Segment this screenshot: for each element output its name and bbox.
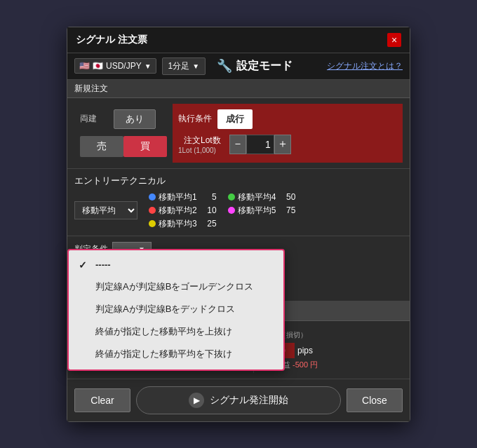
new-order-section-header: 新規注文 [67,80,410,98]
sell-button[interactable]: 売 [80,136,123,157]
order-left: 両建 あり 売 買 [74,104,173,163]
judgment-dropdown: ✓ ----- 判定線Aが判定線Bをゴールデンクロス 判定線Aが判定線Bをデッド… [67,249,285,371]
ma2-value: 10 [200,205,217,215]
settings-mode: 🔧 設定モード [217,58,293,74]
ma5-label: 移動平均5 [238,205,276,217]
lot-controls: － 1 ＋ [229,135,291,154]
currency-pair-label: USD/JPY [106,61,142,71]
checkmark-icon: ✓ [79,259,90,271]
ma-table: 移動平均1 5 移動平均4 50 移動平均2 10 [149,191,295,230]
technical-row: 移動平均 移動平均1 5 移動平均4 50 [74,191,403,230]
lot-sub-label: 1Lot (1,000) [178,147,221,154]
title-bar: シグナル 注文票 × [67,27,410,53]
modal-overlay: シグナル 注文票 × 🇺🇸 🇯🇵 USD/JPY ▼ 1分足 ▼ 🔧 設定モード… [0,0,477,448]
technical-header: エントリーテクニカル [74,175,403,187]
ari-button[interactable]: あり [114,109,156,129]
modal-title: シグナル 注文票 [76,34,147,46]
ma1-dot [149,194,156,201]
chevron-down-icon: ▼ [145,62,152,70]
lot-minus-button[interactable]: － [229,135,246,154]
order-right: 執行条件 成行 注文Lot数 1Lot (1,000) － 1 ＋ [173,104,403,163]
settle-gyaku-unit: pips [297,346,313,355]
flag-jp-icon: 🇯🇵 [93,61,103,71]
dropdown-item-label-4: 終値が指定した移動平均を下抜け [95,348,232,360]
start-label: シグナル発注開始 [210,394,288,407]
clear-button[interactable]: Clear [74,388,130,412]
order-top-row: 両建 あり 売 買 執行条件 成行 注 [74,104,403,163]
close-footer-button[interactable]: Close [347,388,403,412]
ma-item-3: 移動平均3 25 [149,218,217,230]
seiko-button[interactable]: 成行 [217,109,253,129]
timeframe-label: 1分足 [168,60,190,72]
ma-item-1: 移動平均1 5 [149,191,217,203]
settings-mode-label: 設定モード [236,59,293,74]
dropdown-item-label-0: ----- [95,259,111,270]
ma-item-2: 移動平均2 10 [149,205,217,217]
technical-select[interactable]: 移動平均 [74,201,137,219]
ma2-dot [149,207,156,214]
ma-item-4: 移動平均4 50 [228,191,296,203]
ma2-label: 移動平均2 [159,205,197,217]
dropdown-item-0[interactable]: ✓ ----- [69,254,283,276]
timeframe-button[interactable]: 1分足 ▼ [162,57,206,75]
ma4-label: 移動平均4 [238,191,276,203]
start-button[interactable]: ▶ シグナル発注開始 [136,386,341,414]
dropdown-item-label-3: 終値が指定した移動平均を上抜け [95,325,232,338]
buy-button[interactable]: 買 [123,136,167,157]
dropdown-item-1[interactable]: 判定線Aが判定線Bをゴールデンクロス [69,276,283,298]
ryoken-row: 両建 あり [80,109,167,129]
flag-us-icon: 🇺🇸 [79,61,90,71]
toolbar: 🇺🇸 🇯🇵 USD/JPY ▼ 1分足 ▼ 🔧 設定モード シグナル注文とは？ [67,53,410,80]
dropdown-item-2[interactable]: 判定線Aが判定線Bをデッドクロス [69,298,283,320]
dropdown-item-label-2: 判定線Aが判定線Bをデッドクロス [95,303,235,315]
ma1-value: 5 [200,192,217,202]
settle-gyaku-estimate-val: -500 円 [293,360,318,369]
dropdown-item-label-1: 判定線Aが判定線Bをゴールデンクロス [95,280,253,293]
modal-close-button[interactable]: × [387,33,401,47]
ma5-dot [228,207,235,214]
ma1-label: 移動平均1 [159,191,197,203]
ma3-dot [149,220,156,227]
currency-pair-button[interactable]: 🇺🇸 🇯🇵 USD/JPY ▼ [74,58,156,74]
ma5-value: 75 [278,205,295,215]
judgment-row: 判定条件 ------ ▼ ✓ ----- 判定線Aが判定線Bをゴールデンクロス [74,242,403,257]
dropdown-item-3[interactable]: 終値が指定した移動平均を上抜け [69,320,283,343]
ma3-label: 移動平均3 [159,218,197,230]
footer: Clear ▶ シグナル発注開始 Close [67,379,410,421]
chevron-down-icon: ▼ [192,62,199,70]
exec-condition-label: 執行条件 [178,113,212,125]
dropdown-item-4[interactable]: 終値が指定した移動平均を下抜け [69,343,283,365]
modal: シグナル 注文票 × 🇺🇸 🇯🇵 USD/JPY ▼ 1分足 ▼ 🔧 設定モード… [67,27,410,422]
lot-label: 注文Lot数 [184,135,221,147]
ma4-value: 50 [278,192,295,202]
lot-plus-button[interactable]: ＋ [274,135,291,154]
wrench-icon: 🔧 [217,58,232,74]
new-order-section: 両建 あり 売 買 執行条件 成行 注 [67,98,410,169]
technical-section: エントリーテクニカル 移動平均 移動平均1 5 移動平均4 [67,169,410,236]
order-buttons-row: 売 買 [80,136,167,157]
ma-item-5: 移動平均5 75 [228,205,296,217]
ma4-dot [228,194,235,201]
signal-help-link[interactable]: シグナル注文とは？ [327,60,403,72]
ma3-value: 25 [200,219,217,229]
play-icon: ▶ [189,393,204,408]
judgment-section: 判定条件 ------ ▼ ✓ ----- 判定線Aが判定線Bをゴールデンクロス [67,236,410,301]
ryoken-label: 両建 [80,113,108,125]
lot-value-input[interactable]: 1 [246,135,274,154]
